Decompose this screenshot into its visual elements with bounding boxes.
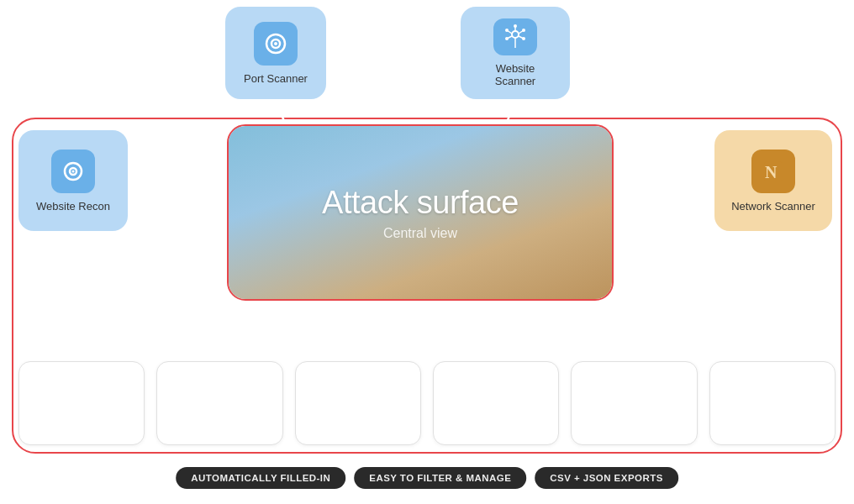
website-recon-card: Website Recon	[18, 130, 128, 231]
svg-point-16	[522, 29, 525, 32]
network-scanner-card: N Network Scanner	[714, 130, 832, 231]
svg-line-3	[615, 185, 713, 208]
svg-point-21	[72, 170, 75, 172]
svg-point-7	[512, 31, 519, 38]
bottom-card-2	[156, 361, 282, 445]
svg-point-15	[505, 29, 509, 32]
website-recon-icon	[51, 150, 95, 193]
network-scanner-icon: N	[751, 150, 795, 193]
bottom-card-1	[18, 361, 145, 445]
bottom-card-3	[295, 361, 421, 445]
svg-point-6	[274, 42, 277, 45]
port-scanner-card: Port Scanner	[225, 7, 326, 99]
website-scanner-label: Website Scanner	[474, 62, 556, 87]
website-scanner-icon	[493, 18, 537, 55]
bottom-card-4	[433, 361, 559, 445]
svg-text:N: N	[765, 163, 778, 181]
bottom-card-5	[571, 361, 697, 445]
svg-point-17	[505, 37, 509, 40]
attack-surface-title: Attack surface	[322, 185, 519, 221]
svg-point-14	[514, 24, 517, 28]
bottom-card-6	[709, 361, 836, 445]
website-scanner-card: Website Scanner	[461, 7, 570, 99]
bottom-cards-row	[18, 361, 836, 445]
port-scanner-label: Port Scanner	[244, 72, 308, 85]
website-recon-label: Website Recon	[36, 200, 110, 213]
tags-row: AUTOMATICALLY FILLED-IN EASY TO FILTER &…	[176, 467, 678, 489]
tag-auto-filled: AUTOMATICALLY FILLED-IN	[176, 467, 345, 489]
port-scanner-icon	[254, 22, 298, 66]
central-text-block: Attack surface Central view	[322, 185, 519, 241]
network-scanner-label: Network Scanner	[731, 200, 815, 213]
central-attack-surface: Attack surface Central view	[227, 124, 614, 301]
tag-exports: CSV + JSON EXPORTS	[535, 467, 678, 489]
tag-filter-manage: EASY TO FILTER & MANAGE	[354, 467, 526, 489]
scene: Port Scanner Website Scanner	[0, 0, 854, 504]
svg-line-2	[129, 181, 225, 200]
central-view-subtitle: Central view	[322, 226, 519, 241]
svg-point-18	[522, 37, 525, 40]
